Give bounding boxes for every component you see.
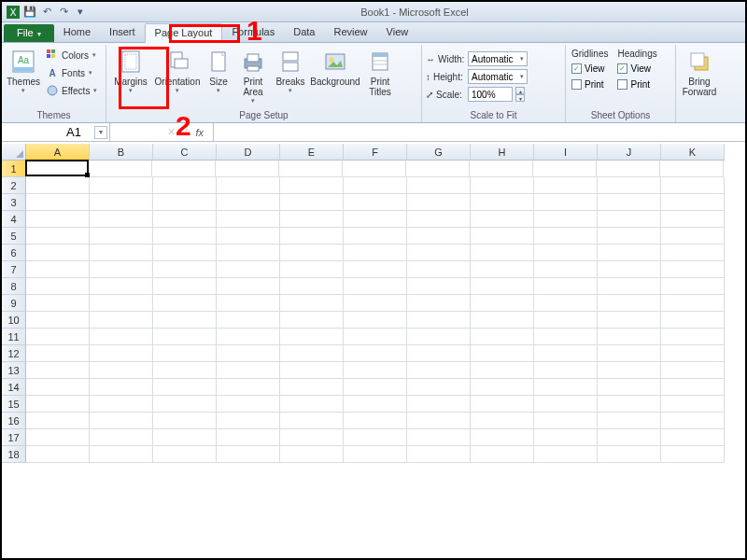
- cell[interactable]: [471, 228, 534, 245]
- cell[interactable]: [344, 312, 407, 329]
- cell[interactable]: [280, 396, 344, 413]
- cell[interactable]: [153, 228, 217, 245]
- row-header[interactable]: 5: [2, 228, 26, 245]
- cell[interactable]: [89, 161, 152, 177]
- bring-forward-button[interactable]: Bring Forward: [680, 47, 719, 99]
- cell[interactable]: [598, 345, 661, 362]
- cell[interactable]: [471, 177, 534, 194]
- cell[interactable]: [90, 261, 153, 278]
- headings-print-checkbox[interactable]: Print: [615, 77, 658, 91]
- cell[interactable]: [471, 379, 534, 396]
- cell[interactable]: [471, 295, 534, 312]
- cell[interactable]: [534, 211, 598, 228]
- cell[interactable]: [534, 194, 598, 211]
- cell[interactable]: [26, 295, 90, 312]
- cell[interactable]: [407, 278, 471, 295]
- cell[interactable]: [26, 362, 90, 379]
- cell[interactable]: [280, 194, 344, 211]
- cell[interactable]: [661, 446, 725, 463]
- cell[interactable]: [407, 396, 471, 413]
- cell[interactable]: [598, 177, 661, 194]
- background-button[interactable]: Background: [310, 47, 360, 89]
- cell[interactable]: [344, 194, 407, 211]
- column-header[interactable]: F: [344, 144, 407, 161]
- cell[interactable]: [280, 312, 344, 329]
- cell[interactable]: [280, 261, 344, 278]
- cell[interactable]: [534, 245, 598, 261]
- cell[interactable]: [280, 245, 344, 261]
- cell[interactable]: [279, 161, 343, 177]
- column-header[interactable]: H: [471, 144, 534, 161]
- cell[interactable]: [344, 379, 407, 396]
- cell[interactable]: [598, 429, 661, 446]
- cell[interactable]: [471, 211, 534, 228]
- cell[interactable]: [217, 379, 280, 396]
- cell[interactable]: [534, 278, 598, 295]
- row-header[interactable]: 13: [2, 362, 26, 379]
- margins-button[interactable]: Margins▾: [110, 47, 151, 96]
- cell[interactable]: [344, 177, 407, 194]
- cell[interactable]: [90, 345, 153, 362]
- tab-review[interactable]: Review: [324, 23, 376, 42]
- cell[interactable]: [90, 245, 153, 261]
- cell[interactable]: [153, 295, 217, 312]
- tab-data[interactable]: Data: [284, 23, 324, 42]
- cell[interactable]: [153, 245, 217, 261]
- scale-spinner[interactable]: ▴▾: [515, 87, 525, 102]
- cell[interactable]: [598, 278, 661, 295]
- cell[interactable]: [217, 312, 280, 329]
- row-header[interactable]: 15: [2, 396, 26, 413]
- cell[interactable]: [471, 345, 534, 362]
- breaks-button[interactable]: Breaks▾: [273, 47, 308, 96]
- tab-view[interactable]: View: [377, 23, 418, 42]
- cell[interactable]: [661, 362, 725, 379]
- cell[interactable]: [598, 379, 661, 396]
- cell[interactable]: [90, 228, 153, 245]
- column-header[interactable]: A: [26, 144, 90, 161]
- row-header[interactable]: 7: [2, 261, 26, 278]
- column-header[interactable]: C: [153, 144, 217, 161]
- cell[interactable]: [534, 261, 598, 278]
- cell[interactable]: [153, 177, 217, 194]
- cell[interactable]: [26, 312, 90, 329]
- cell[interactable]: [471, 429, 534, 446]
- cell[interactable]: [153, 345, 217, 362]
- cell[interactable]: [217, 446, 280, 463]
- cell[interactable]: [280, 228, 344, 245]
- cell[interactable]: [407, 413, 471, 429]
- cell[interactable]: [534, 177, 598, 194]
- undo-icon[interactable]: ↶: [39, 5, 54, 20]
- cell[interactable]: [90, 295, 153, 312]
- cell[interactable]: [90, 379, 153, 396]
- cell[interactable]: [90, 194, 153, 211]
- cell[interactable]: [598, 413, 661, 429]
- themes-button[interactable]: Aa Themes ▾: [6, 47, 41, 96]
- cell[interactable]: [90, 211, 153, 228]
- cell[interactable]: [534, 295, 598, 312]
- cell[interactable]: [344, 329, 407, 345]
- row-header[interactable]: 4: [2, 211, 26, 228]
- cell[interactable]: [26, 345, 90, 362]
- cell[interactable]: [217, 177, 280, 194]
- cell[interactable]: [407, 177, 471, 194]
- cell[interactable]: [598, 329, 661, 345]
- cell[interactable]: [153, 329, 217, 345]
- cell[interactable]: [598, 446, 661, 463]
- row-header[interactable]: 11: [2, 329, 26, 345]
- cell[interactable]: [26, 446, 90, 463]
- size-button[interactable]: Size▾: [204, 47, 233, 96]
- cell[interactable]: [661, 278, 725, 295]
- cell[interactable]: [90, 177, 153, 194]
- cell[interactable]: [153, 429, 217, 446]
- cell[interactable]: [26, 228, 90, 245]
- cell[interactable]: [534, 362, 598, 379]
- gridlines-print-checkbox[interactable]: Print: [570, 77, 610, 91]
- gridlines-view-checkbox[interactable]: ✓View: [570, 61, 610, 76]
- cell[interactable]: [280, 278, 344, 295]
- cell[interactable]: [598, 245, 661, 261]
- row-header[interactable]: 8: [2, 278, 26, 295]
- cell[interactable]: [26, 329, 90, 345]
- cell[interactable]: [280, 295, 344, 312]
- row-header[interactable]: 10: [2, 312, 26, 329]
- cell[interactable]: [90, 413, 153, 429]
